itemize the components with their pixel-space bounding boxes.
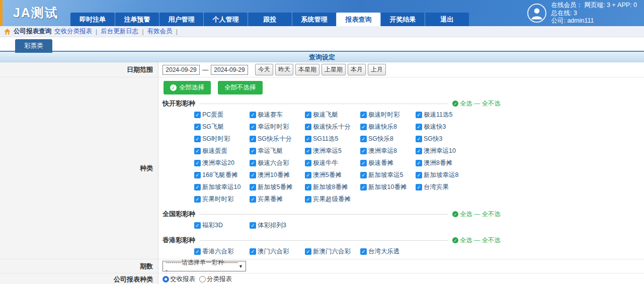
lottery-checkbox-item[interactable]: ✓ SG11选5 — [305, 135, 360, 143]
lottery-checkbox-item[interactable]: ✓ 体彩排列3 — [250, 221, 305, 230]
home-icon[interactable] — [4, 29, 11, 35]
lottery-checkbox-item[interactable]: ✓ SG快乐8 — [360, 135, 416, 143]
checkbox-checked-icon[interactable]: ✓ — [360, 184, 367, 191]
section-select-all-link[interactable]: 全选 — [460, 210, 472, 219]
nav-tab[interactable]: 用户管理 — [159, 13, 203, 26]
date-quick-button[interactable]: 本星期 — [295, 64, 319, 75]
checkbox-checked-icon[interactable]: ✓ — [360, 148, 367, 154]
breadcrumb-link[interactable]: 交收分类报表 — [54, 27, 92, 36]
checkbox-checked-icon[interactable]: ✓ — [416, 136, 422, 142]
lottery-checkbox-item[interactable]: ✓ 新加坡幸运5 — [360, 171, 416, 179]
checkbox-checked-icon[interactable]: ✓ — [360, 136, 367, 142]
lottery-checkbox-item[interactable]: ✓ 极速番摊 — [360, 159, 416, 167]
section-select-none-link[interactable]: 全不选 — [482, 210, 501, 219]
nav-tab[interactable]: 退出 — [425, 13, 469, 26]
checkbox-checked-icon[interactable]: ✓ — [305, 148, 311, 154]
checkbox-checked-icon[interactable]: ✓ — [194, 160, 201, 166]
checkbox-checked-icon[interactable]: ✓ — [305, 112, 311, 118]
lottery-checkbox-item[interactable]: ✓ SG时时彩 — [194, 135, 250, 143]
lottery-checkbox-item[interactable]: ✓ 宾果时时彩 — [194, 195, 250, 204]
checkbox-checked-icon[interactable]: ✓ — [305, 160, 311, 166]
radio-icon[interactable] — [163, 276, 169, 282]
checkbox-checked-icon[interactable]: ✓ — [250, 112, 256, 118]
checkbox-checked-icon[interactable]: ✓ — [416, 148, 422, 154]
checkbox-checked-icon[interactable]: ✓ — [416, 124, 422, 130]
lottery-checkbox-item[interactable]: ✓ 台湾大乐透 — [360, 247, 416, 256]
date-from-input[interactable] — [163, 65, 200, 75]
checkbox-checked-icon[interactable]: ✓ — [250, 248, 256, 255]
breadcrumb-link[interactable]: 后台更新日志 — [101, 27, 138, 36]
select-none-button[interactable]: 全部不选择 — [218, 81, 263, 94]
nav-tab[interactable]: 开奖结果 — [380, 13, 425, 26]
checkbox-checked-icon[interactable]: ✓ — [250, 148, 256, 154]
lottery-checkbox-item[interactable]: ✓ 极速快3 — [416, 123, 471, 131]
lottery-checkbox-item[interactable]: ✓ 台湾宾果 — [416, 183, 471, 192]
lottery-checkbox-item[interactable]: ✓ 极速蛋蛋 — [194, 147, 250, 155]
lottery-checkbox-item[interactable]: ✓ 168飞艇番摊 — [194, 171, 250, 179]
lottery-checkbox-item[interactable]: ✓ SG快乐十分 — [250, 135, 305, 143]
lottery-checkbox-item[interactable]: ✓ 极速11选5 — [416, 111, 471, 119]
date-quick-button[interactable]: 今天 — [255, 64, 273, 75]
lottery-checkbox-item[interactable]: ✓ 澳洲幸运8 — [360, 147, 416, 155]
nav-tab[interactable]: 报表查询 — [336, 13, 380, 26]
lottery-checkbox-item[interactable]: ✓ 极速牛牛 — [305, 159, 360, 167]
lottery-checkbox-item[interactable]: ✓ 极速时时彩 — [360, 111, 416, 119]
nav-tab[interactable]: 注单预警 — [115, 13, 159, 26]
checkbox-checked-icon[interactable]: ✓ — [250, 184, 256, 191]
checkbox-checked-icon[interactable]: ✓ — [305, 172, 311, 178]
lottery-checkbox-item[interactable]: ✓ 香港六合彩 — [194, 247, 250, 256]
lottery-checkbox-item[interactable]: ✓ 新加坡8番摊 — [305, 183, 360, 192]
date-quick-button[interactable]: 昨天 — [275, 64, 293, 75]
checkbox-checked-icon[interactable]: ✓ — [360, 248, 367, 255]
checkbox-checked-icon[interactable]: ✓ — [305, 184, 311, 191]
radio-icon[interactable] — [199, 276, 206, 282]
checkbox-checked-icon[interactable]: ✓ — [250, 172, 256, 178]
lottery-checkbox-item[interactable]: ✓ 极速飞艇 — [305, 111, 360, 119]
checkbox-checked-icon[interactable]: ✓ — [250, 124, 256, 130]
lottery-checkbox-item[interactable]: ✓ 新加坡10番摊 — [360, 183, 416, 192]
lottery-checkbox-item[interactable]: ✓ 澳洲5番摊 — [305, 171, 360, 179]
section-select-none-link[interactable]: 全不选 — [482, 100, 501, 108]
lottery-checkbox-item[interactable]: ✓ 幸运飞艇 — [250, 147, 305, 155]
checkbox-checked-icon[interactable]: ✓ — [305, 196, 311, 203]
lottery-checkbox-item[interactable]: ✓ SG快3 — [416, 135, 471, 143]
radio-option[interactable]: 交收报表 — [163, 275, 195, 283]
checkbox-checked-icon[interactable]: ✓ — [194, 248, 201, 255]
date-to-input[interactable] — [211, 65, 248, 75]
breadcrumb-link[interactable]: 有效会员 — [147, 27, 173, 36]
lottery-checkbox-item[interactable]: ✓ 澳洲10番摊 — [250, 171, 305, 179]
date-quick-button[interactable]: 上月 — [368, 64, 386, 75]
lottery-checkbox-item[interactable]: ✓ 新加坡幸运10 — [194, 183, 250, 192]
lottery-checkbox-item[interactable]: ✓ 澳洲8番摊 — [416, 159, 471, 167]
lottery-checkbox-item[interactable]: ✓ PC蛋蛋 — [194, 111, 250, 119]
lottery-checkbox-item[interactable]: ✓ SG飞艇 — [194, 123, 250, 131]
nav-tab[interactable]: 跟投 — [248, 13, 292, 26]
lottery-checkbox-item[interactable]: ✓ 极速快乐十分 — [305, 123, 360, 131]
nav-tab[interactable]: 即时注单 — [70, 13, 115, 26]
checkbox-checked-icon[interactable]: ✓ — [194, 172, 201, 178]
checkbox-checked-icon[interactable]: ✓ — [360, 160, 367, 166]
checkbox-checked-icon[interactable]: ✓ — [194, 184, 201, 191]
checkbox-checked-icon[interactable]: ✓ — [194, 136, 201, 142]
section-select-all-link[interactable]: 全选 — [460, 236, 472, 245]
checkbox-checked-icon[interactable]: ✓ — [250, 222, 256, 229]
checkbox-checked-icon[interactable]: ✓ — [194, 148, 201, 154]
section-select-all-link[interactable]: 全选 — [460, 100, 472, 108]
checkbox-checked-icon[interactable]: ✓ — [250, 136, 256, 142]
checkbox-checked-icon[interactable]: ✓ — [250, 160, 256, 166]
lottery-checkbox-item[interactable]: ✓ 极速快乐8 — [360, 123, 416, 131]
lottery-checkbox-item[interactable]: ✓ 幸运时时彩 — [250, 123, 305, 131]
select-all-button[interactable]: ✓ 全部选择 — [164, 81, 211, 94]
lottery-checkbox-item[interactable]: ✓ 澳洲幸运10 — [416, 147, 471, 155]
checkbox-checked-icon[interactable]: ✓ — [416, 172, 422, 178]
lottery-checkbox-item[interactable]: ✓ 澳洲幸运5 — [305, 147, 360, 155]
checkbox-checked-icon[interactable]: ✓ — [250, 196, 256, 203]
checkbox-checked-icon[interactable]: ✓ — [416, 112, 422, 118]
checkbox-checked-icon[interactable]: ✓ — [194, 124, 201, 130]
checkbox-checked-icon[interactable]: ✓ — [416, 160, 422, 166]
lottery-checkbox-item[interactable]: ✓ 澳门六合彩 — [250, 247, 305, 256]
nav-tab[interactable]: 系统管理 — [292, 13, 336, 26]
lottery-checkbox-item[interactable]: ✓ 宾果番摊 — [250, 195, 305, 204]
lottery-checkbox-item[interactable]: ✓ 新澳门六合彩 — [305, 247, 360, 256]
checkbox-checked-icon[interactable]: ✓ — [194, 196, 201, 203]
